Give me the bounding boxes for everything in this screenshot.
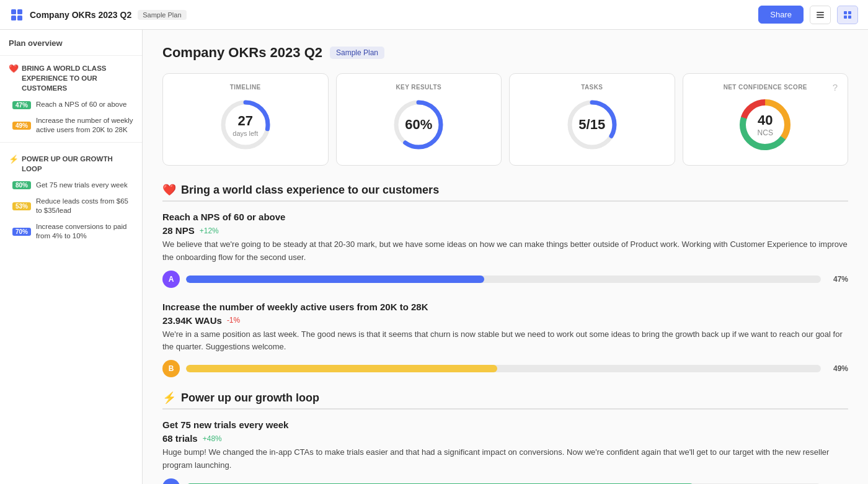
ncs-text: 40 NCS (758, 112, 773, 137)
section-heading-1: ❤️ Bring a world class experience to our… (162, 183, 848, 197)
section-emoji-2: ⚡ (162, 391, 176, 405)
kr-label-leads: Reduce leads costs from $65 to $35/lead (36, 197, 133, 216)
svg-rect-8 (848, 11, 851, 14)
stat-label-tasks: TASKS (581, 84, 603, 91)
timeline-ring: 27 days left (218, 97, 273, 153)
main-content: Company OKRs 2023 Q2 Sample Plan TIMELIN… (143, 30, 868, 484)
progress-row-nps: A 47% (162, 271, 848, 288)
keyresults-value: 60% (405, 117, 432, 133)
timeline-sub: days left (232, 130, 258, 137)
sidebar-item-wau[interactable]: 49% Increase the number of weekly active… (0, 113, 142, 138)
stat-card-keyresults: KEY RESULTS 60% (336, 73, 502, 166)
objective-emoji-1: ❤️ (9, 63, 19, 74)
objective-emoji-2: ⚡ (9, 154, 19, 165)
prog-bar-wau (186, 365, 497, 372)
main-title: Company OKRs 2023 Q2 (162, 45, 322, 61)
kr-title-nps: Reach a NPS of 60 or above (162, 212, 848, 222)
sidebar-item-trials[interactable]: 80% Get 75 new trials every week (0, 177, 142, 194)
timeline-value: 27 (232, 113, 258, 129)
stat-label-timeline: TIMELINE (230, 84, 261, 91)
tasks-ring: 5/15 (564, 97, 620, 153)
topbar: Company OKRs 2023 Q2 Sample Plan Share (0, 0, 868, 30)
stat-card-tasks: TASKS 5/15 (509, 73, 675, 166)
svg-rect-6 (817, 17, 824, 18)
kr-desc-wau: We're in a same position as last week. T… (162, 328, 848, 354)
kr-badge-nps: 47% (12, 101, 31, 109)
stat-card-ncs: NET CONFIDENCE SCORE ? (683, 73, 849, 166)
prog-bar-wrap-wau (186, 365, 821, 372)
metric-value-nps: 28 NPS (162, 225, 195, 236)
stat-card-timeline: TIMELINE 27 days left (162, 73, 329, 166)
section-objective-2: ⚡ Power up our growth loop Get 75 new tr… (162, 391, 848, 484)
kr-badge-conversions: 70% (12, 228, 31, 236)
objective-group-1: ❤️ BRING A WORLD CLASS EXPERIENCE TO OUR… (0, 56, 142, 138)
section-title-1: Bring a world class experience to our cu… (181, 184, 439, 197)
avatar-nps: A (162, 271, 180, 288)
kr-label-nps: Reach a NPS of 60 or above (36, 100, 126, 110)
kr-title-wau: Increase the number of weekly active use… (162, 302, 848, 312)
kr-label-conversions: Increase conversions to paid from 4% to … (36, 222, 133, 241)
kr-detail-trials: Get 75 new trials every week 68 trials +… (162, 419, 848, 484)
main-header: Company OKRs 2023 Q2 Sample Plan (162, 45, 848, 61)
kr-badge-leads: 53% (12, 202, 31, 210)
grid-view-icon (843, 10, 852, 20)
sidebar-item-leads[interactable]: 53% Reduce leads costs from $65 to $35/l… (0, 194, 142, 219)
keyresults-text: 60% (405, 117, 432, 133)
objective-title-1: BRING A WORLD CLASS EXPERIENCE TO OUR CU… (22, 63, 133, 93)
objective-header-1[interactable]: ❤️ BRING A WORLD CLASS EXPERIENCE TO OUR… (0, 56, 142, 97)
kr-title-trials: Get 75 new trials every week (162, 419, 848, 430)
sidebar-divider-1 (0, 142, 142, 143)
topbar-title: Company OKRs 2023 Q2 (30, 10, 131, 20)
metric-value-trials: 68 trials (162, 433, 198, 444)
kr-desc-nps: We believe that we're going to be steady… (162, 238, 848, 264)
metric-value-wau: 23.94K WAUs (162, 315, 222, 326)
sidebar-plan-title: Plan overview (0, 38, 142, 56)
ncs-help-icon[interactable]: ? (833, 82, 838, 92)
kr-badge-trials: 80% (12, 181, 31, 189)
kr-badge-wau: 49% (12, 122, 31, 130)
tasks-text: 5/15 (578, 117, 605, 133)
tasks-value: 5/15 (578, 117, 605, 133)
kr-label-wau: Increase the number of weekly active use… (36, 116, 133, 135)
kr-desc-trials: Huge bump! We changed the in-app CTAs to… (162, 446, 848, 472)
prog-pct-nps: 47% (827, 275, 848, 284)
stats-row: TIMELINE 27 days left KEY RESULTS (162, 73, 848, 166)
ncs-sub: NCS (758, 128, 773, 137)
objective-title-2: POWER UP OUR GROWTH LOOP (22, 154, 133, 174)
grid-icon (10, 8, 24, 22)
prog-bar-wrap-nps (186, 276, 821, 283)
grid-view-button[interactable] (837, 6, 858, 24)
section-divider-2 (162, 408, 848, 410)
kr-detail-wau: Increase the number of weekly active use… (162, 302, 848, 378)
progress-row-wau: B 49% (162, 360, 848, 377)
sidebar-item-conversions[interactable]: 70% Increase conversions to paid from 4%… (0, 219, 142, 244)
timeline-text: 27 days left (232, 113, 258, 137)
progress-row-trials: C 80% (162, 478, 848, 484)
sidebar: Plan overview ❤️ BRING A WORLD CLASS EXP… (0, 30, 143, 484)
objective-header-2[interactable]: ⚡ POWER UP OUR GROWTH LOOP (0, 146, 142, 177)
svg-rect-1 (17, 9, 22, 14)
stat-label-ncs: NET CONFIDENCE SCORE (693, 84, 838, 91)
svg-rect-4 (817, 12, 824, 13)
topbar-plan-tag: Sample Plan (138, 10, 186, 20)
metric-change-nps: +12% (200, 226, 219, 235)
list-view-icon (815, 10, 825, 20)
kr-label-trials: Get 75 new trials every week (36, 181, 128, 190)
svg-rect-5 (817, 14, 824, 16)
section-title-2: Power up our growth loop (181, 392, 319, 405)
list-view-button[interactable] (810, 6, 831, 24)
metric-row-wau: 23.94K WAUs -1% (162, 315, 848, 326)
main-layout: Plan overview ❤️ BRING A WORLD CLASS EXP… (0, 30, 868, 484)
section-emoji-1: ❤️ (162, 183, 176, 197)
svg-rect-0 (11, 9, 16, 14)
sidebar-item-nps[interactable]: 47% Reach a NPS of 60 or above (0, 97, 142, 113)
ncs-value: 40 (758, 112, 773, 128)
section-heading-2: ⚡ Power up our growth loop (162, 391, 848, 405)
prog-pct-wau: 49% (827, 364, 848, 373)
svg-rect-3 (17, 16, 22, 20)
svg-rect-7 (844, 11, 847, 14)
share-button[interactable]: Share (758, 6, 804, 24)
avatar-trials: C (162, 478, 180, 484)
metric-row-trials: 68 trials +48% (162, 433, 848, 444)
avatar-wau: B (162, 360, 180, 377)
